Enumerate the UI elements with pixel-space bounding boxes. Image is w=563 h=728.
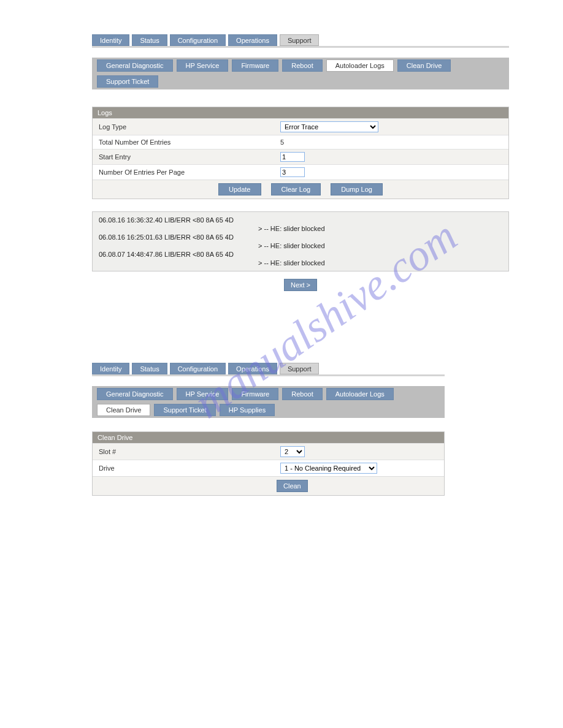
select-slot[interactable]: 2: [280, 446, 305, 457]
label-per-page: Number Of Entries Per Page: [93, 165, 277, 179]
clear-log-button[interactable]: Clear Log: [271, 183, 321, 195]
row-log-buttons: Update Clear Log Dump Log: [93, 180, 508, 199]
subtab-autoloader-logs[interactable]: Autoloader Logs: [326, 388, 394, 400]
select-log-type[interactable]: Error Trace: [280, 121, 378, 132]
subtab-clean-drive[interactable]: Clean Drive: [97, 404, 150, 416]
log-entry-line: 06.08.16 16:36:32.40 LIB/ERR <80 8A 65 4…: [99, 216, 502, 224]
subtab-general-diagnostic[interactable]: General Diagnostic: [97, 388, 173, 400]
support-clean-drive-panel: Identity Status Configuration Operations…: [92, 363, 445, 496]
subtab-hp-supplies[interactable]: HP Supplies: [220, 404, 275, 416]
row-slot: Slot # 2: [93, 443, 444, 460]
row-clean-button: Clean: [93, 476, 444, 495]
input-start-entry[interactable]: [280, 152, 305, 162]
subtab-autoloader-logs[interactable]: Autoloader Logs: [326, 59, 394, 72]
tab-configuration[interactable]: Configuration: [170, 363, 226, 374]
clean-button[interactable]: Clean: [277, 480, 308, 492]
tab-support[interactable]: Support: [280, 34, 320, 46]
logs-section: Logs Log Type Error Trace Total Number O…: [92, 107, 509, 199]
tab-status[interactable]: Status: [132, 34, 167, 46]
row-total-entries: Total Number Of Entries 5: [93, 135, 508, 149]
tab-status[interactable]: Status: [132, 363, 167, 374]
row-log-type: Log Type Error Trace: [93, 118, 508, 135]
log-entry-detail: > -- HE: slider blocked: [99, 224, 502, 233]
support-autoloader-logs-panel: Identity Status Configuration Operations…: [92, 34, 509, 291]
tab-support[interactable]: Support: [280, 363, 320, 374]
log-entry-detail: > -- HE: slider blocked: [99, 241, 502, 250]
row-drive: Drive 1 - No Cleaning Required: [93, 460, 444, 476]
select-drive[interactable]: 1 - No Cleaning Required: [280, 463, 377, 474]
row-start-entry: Start Entry: [93, 149, 508, 164]
tab-identity[interactable]: Identity: [92, 34, 129, 46]
tab-identity[interactable]: Identity: [92, 363, 129, 374]
clean-drive-section-header: Clean Drive: [93, 432, 444, 443]
subtab-clean-drive[interactable]: Clean Drive: [397, 59, 451, 72]
log-output-box: 06.08.16 16:36:32.40 LIB/ERR <80 8A 65 4…: [92, 211, 509, 271]
log-entry-line: 06.08.16 16:25:01.63 LIB/ERR <80 8A 65 4…: [99, 233, 502, 241]
subtab-reboot[interactable]: Reboot: [282, 388, 322, 400]
update-button[interactable]: Update: [218, 183, 261, 195]
subtab-support-ticket[interactable]: Support Ticket: [154, 404, 215, 416]
label-start-entry: Start Entry: [93, 150, 277, 164]
main-tabs: Identity Status Configuration Operations…: [92, 34, 509, 46]
logs-section-header: Logs: [93, 107, 508, 118]
support-subtabs: General Diagnostic HP Service Firmware R…: [92, 386, 445, 418]
label-drive: Drive: [93, 461, 277, 475]
clean-drive-section: Clean Drive Slot # 2 Drive 1 - No Cleani…: [92, 431, 445, 496]
subtab-reboot[interactable]: Reboot: [282, 59, 322, 72]
subtab-firmware[interactable]: Firmware: [232, 388, 278, 400]
label-total-entries: Total Number Of Entries: [93, 135, 277, 149]
subtab-firmware[interactable]: Firmware: [232, 59, 278, 72]
subtab-hp-service[interactable]: HP Service: [177, 388, 229, 400]
input-per-page[interactable]: [280, 167, 305, 177]
subtab-general-diagnostic[interactable]: General Diagnostic: [97, 59, 173, 72]
tab-operations[interactable]: Operations: [228, 363, 277, 374]
label-log-type: Log Type: [93, 120, 277, 134]
subtab-hp-service[interactable]: HP Service: [177, 59, 229, 72]
label-slot: Slot #: [93, 445, 277, 458]
log-entry-line: 06.08.07 14:48:47.86 LIB/ERR <80 8A 65 4…: [99, 250, 502, 259]
dump-log-button[interactable]: Dump Log: [331, 183, 383, 195]
tab-operations[interactable]: Operations: [228, 34, 277, 46]
tab-configuration[interactable]: Configuration: [170, 34, 226, 46]
row-per-page: Number Of Entries Per Page: [93, 164, 508, 180]
log-entry-detail: > -- HE: slider blocked: [99, 259, 502, 267]
support-subtabs: General Diagnostic HP Service Firmware R…: [92, 58, 509, 89]
next-button[interactable]: Next >: [284, 279, 317, 291]
value-total-entries: 5: [277, 136, 508, 148]
main-tabs: Identity Status Configuration Operations…: [92, 363, 445, 374]
subtab-support-ticket[interactable]: Support Ticket: [97, 75, 158, 88]
